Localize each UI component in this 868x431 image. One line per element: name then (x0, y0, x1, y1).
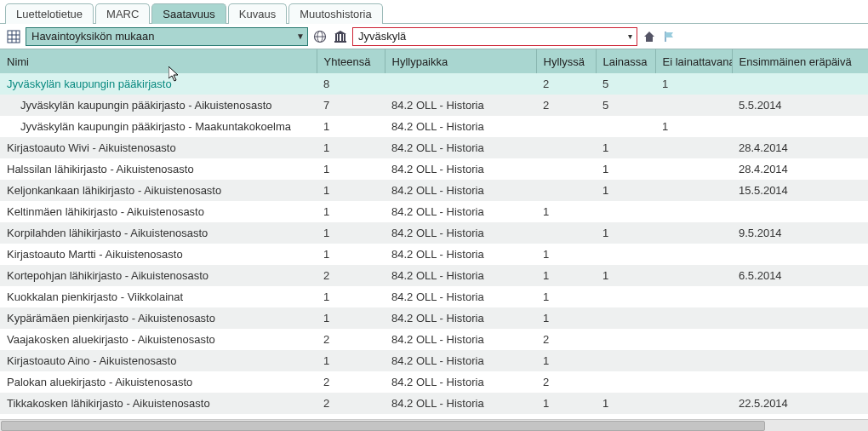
cell (732, 307, 868, 329)
table-row[interactable]: Kirjastoauto Martti - Aikuistenosasto184… (0, 244, 868, 265)
table-row[interactable]: Vaajakosken aluekirjasto - Aikuistenosas… (0, 329, 868, 350)
tab-luettelotietue[interactable]: Luettelotietue (5, 3, 94, 24)
table-row[interactable]: Kirjastoauto Wivi - Aikuistenosasto184.2… (0, 137, 868, 158)
cell (536, 180, 596, 201)
grouping-value: Havaintoyksikön mukaan (26, 30, 294, 43)
cell (655, 158, 732, 180)
cell: 2 (317, 371, 385, 393)
cell: 84.2 OLL - Historia (385, 329, 536, 350)
cell (655, 265, 732, 286)
cell: 1 (596, 137, 655, 158)
cell: 84.2 OLL - Historia (385, 244, 536, 265)
table-row[interactable]: Kortepohjan lähikirjasto - Aikuistenosas… (0, 265, 868, 286)
cell: 1 (536, 350, 596, 371)
cell: 22.5.2014 (732, 393, 868, 414)
cell (732, 244, 868, 265)
cell: 1 (317, 286, 385, 307)
library-icon[interactable] (332, 28, 349, 45)
grouping-dropdown[interactable]: Havaintoyksikön mukaan ▼ (26, 27, 308, 46)
cell: 1 (317, 180, 385, 201)
column-header[interactable]: Ensimmäinen eräpäivä (732, 49, 868, 73)
cell: Kirjastoauto Martti - Aikuistenosasto (0, 244, 317, 265)
cell (596, 307, 655, 329)
cell (655, 137, 732, 158)
cell: Tikkakosken lähikirjasto - Aikuistenosas… (0, 393, 317, 414)
svg-rect-0 (8, 31, 20, 43)
cell: 84.2 OLL - Historia (385, 201, 536, 222)
globe-icon[interactable] (311, 28, 328, 45)
cell (655, 371, 732, 393)
cell: Keljonkankaan lähikirjasto - Aikuistenos… (0, 180, 317, 201)
table-row[interactable]: Korpilahden lähikirjasto - Aikuistenosas… (0, 222, 868, 244)
cell: Jyväskylän kaupungin pääkirjasto - Aikui… (0, 95, 317, 116)
table-row[interactable]: Tikkakosken lähikirjasto - Aikuistenosas… (0, 393, 868, 414)
cell (536, 116, 596, 137)
flag-icon[interactable] (661, 28, 678, 45)
cell (732, 286, 868, 307)
cell: Palokan aluekirjasto - Aikuistenosasto (0, 371, 317, 393)
cell: 84.2 OLL - Historia (385, 158, 536, 180)
cell: Kirjastoauto Aino - Aikuistenosasto (0, 350, 317, 371)
cell (596, 329, 655, 350)
location-dropdown[interactable]: Jyväskylä ▾ (352, 27, 637, 46)
cell: Korpilahden lähikirjasto - Aikuistenosas… (0, 222, 317, 244)
table-row[interactable]: Jyväskylän kaupungin pääkirjasto - Maaku… (0, 116, 868, 137)
cell: 2 (317, 393, 385, 414)
cell: Kypärämäen pienkirjasto - Aikuistenosast… (0, 307, 317, 329)
cell (732, 73, 868, 95)
scrollbar-thumb[interactable] (1, 421, 765, 431)
cell: Kortepohjan lähikirjasto - Aikuistenosas… (0, 265, 317, 286)
cell: 1 (536, 244, 596, 265)
cell: 6.5.2014 (732, 265, 868, 286)
column-header[interactable]: Lainassa (596, 49, 655, 73)
table-row[interactable]: Jyväskylän kaupungin pääkirjasto - Aikui… (0, 95, 868, 116)
cell (655, 222, 732, 244)
cell: Jyväskylän kaupungin pääkirjasto (0, 73, 317, 95)
tab-muutoshistoria[interactable]: Muutoshistoria (288, 3, 383, 24)
tab-bar: LuettelotietueMARCSaatavuusKuvausMuutosh… (0, 0, 868, 24)
cell (732, 329, 868, 350)
column-header[interactable]: Nimi (0, 49, 317, 73)
cell (596, 371, 655, 393)
table-row[interactable]: Halssilan lähikirjasto - Aikuistenosasto… (0, 158, 868, 180)
cell (596, 201, 655, 222)
cell: 84.2 OLL - Historia (385, 307, 536, 329)
svg-rect-10 (338, 34, 340, 41)
tab-kuvaus[interactable]: Kuvaus (228, 3, 287, 24)
cell (536, 222, 596, 244)
cell (655, 286, 732, 307)
cell: 2 (536, 95, 596, 116)
column-header[interactable]: Yhteensä (317, 49, 385, 73)
column-header[interactable]: Hyllyssä (536, 49, 596, 73)
cell (655, 95, 732, 116)
svg-marker-8 (334, 31, 346, 34)
table-row[interactable]: Jyväskylän kaupungin pääkirjasto8251 (0, 73, 868, 95)
table-row[interactable]: Keljonkankaan lähikirjasto - Aikuistenos… (0, 180, 868, 201)
column-header[interactable]: Ei lainattavana (655, 49, 732, 73)
cell: Halssilan lähikirjasto - Aikuistenosasto (0, 158, 317, 180)
cell (596, 116, 655, 137)
cell: 5 (596, 73, 655, 95)
tab-marc[interactable]: MARC (95, 3, 150, 24)
cell: 2 (317, 329, 385, 350)
cell: 84.2 OLL - Historia (385, 180, 536, 201)
cell: 1 (536, 201, 596, 222)
cell: 1 (596, 180, 655, 201)
cell: 1 (317, 350, 385, 371)
table-header-row: NimiYhteensäHyllypaikkaHyllyssäLainassaE… (0, 49, 868, 73)
svg-marker-14 (644, 32, 654, 42)
horizontal-scrollbar[interactable] (0, 419, 868, 431)
table-row[interactable]: Keltinmäen lähikirjasto - Aikuistenosast… (0, 201, 868, 222)
grid-icon[interactable] (5, 28, 22, 45)
table-row[interactable]: Kirjastoauto Aino - Aikuistenosasto184.2… (0, 350, 868, 371)
cell (655, 393, 732, 414)
svg-rect-12 (344, 34, 345, 41)
home-icon[interactable] (641, 28, 658, 45)
svg-rect-9 (335, 34, 337, 41)
tab-saatavuus[interactable]: Saatavuus (151, 3, 226, 24)
table-row[interactable]: Palokan aluekirjasto - Aikuistenosasto28… (0, 371, 868, 393)
table-row[interactable]: Kuokkalan pienkirjasto - Viikkolainat184… (0, 286, 868, 307)
column-header[interactable]: Hyllypaikka (385, 49, 536, 73)
cell: 1 (317, 116, 385, 137)
table-row[interactable]: Kypärämäen pienkirjasto - Aikuistenosast… (0, 307, 868, 329)
